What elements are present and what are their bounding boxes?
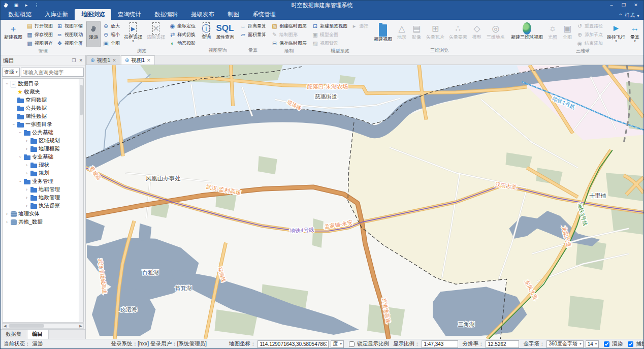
ribbon-button-拉框选择[interactable]: ▸拉框选择▾: [122, 21, 144, 47]
tree-item-公共基础[interactable]: ›公共基础: [3, 129, 79, 137]
resource-type-dropdown[interactable]: 资源 ▾: [2, 68, 20, 77]
ribbon-button-查询[interactable]: ⓘ查询: [199, 21, 213, 47]
render-checkbox[interactable]: [604, 341, 609, 347]
tree-item-地籍管理[interactable]: ›地籍管理: [3, 185, 79, 194]
ribbon-button-量算[interactable]: ↔量算▾: [628, 21, 642, 47]
close-icon[interactable]: ✕: [112, 58, 116, 63]
tree-item-收藏夹[interactable]: ★收藏夹: [3, 88, 79, 96]
tree-item-执法督察[interactable]: ›执法督察: [3, 202, 79, 210]
menu-tab-制图[interactable]: 制图: [221, 9, 246, 20]
ribbon-button-视图联动[interactable]: ∞视图联动: [55, 30, 84, 39]
tree-item-其他_数据[interactable]: ›其他_数据: [3, 218, 79, 226]
ribbon-button-视图平铺[interactable]: ⊞视图平铺: [55, 22, 84, 30]
menu-tab-数据概览[interactable]: 数据概览: [2, 9, 38, 20]
pan-hand-icon[interactable]: [3, 2, 10, 9]
minimize-button[interactable]: –: [606, 2, 617, 9]
ribbon-button-添加节点[interactable]: ⊕添加节点: [575, 30, 604, 39]
close-icon[interactable]: ✕: [147, 58, 151, 63]
tree-caret-icon[interactable]: ›: [24, 187, 29, 192]
map-coord-input[interactable]: [257, 340, 329, 348]
ribbon-button-影像[interactable]: ▤影像: [409, 21, 424, 47]
tree-item-公共数据[interactable]: 公共数据: [3, 104, 79, 112]
menu-tab-地图浏览[interactable]: 地图浏览: [75, 9, 111, 20]
more-icon[interactable]: ⋮: [33, 2, 40, 9]
tree-caret-icon[interactable]: ›: [18, 179, 23, 184]
ribbon-button-模型全图[interactable]: ▣模型全图: [310, 30, 349, 39]
map-tab-1[interactable]: ⊕视图1✕: [86, 55, 120, 65]
scroll-left-icon[interactable]: ◀: [3, 324, 8, 328]
tree-item-规划[interactable]: ›规划: [3, 169, 79, 177]
tree-caret-icon[interactable]: ›: [5, 211, 9, 216]
ribbon-button-视图全屏[interactable]: ❖视图全屏: [55, 39, 84, 47]
ribbon-button-放大[interactable]: ⊕放大: [101, 22, 121, 30]
ribbon-button-结束添加[interactable]: ◉结束添加: [575, 39, 604, 47]
close-button[interactable]: ✕: [630, 2, 641, 9]
tree-item-现状[interactable]: ›现状: [3, 161, 79, 169]
ribbon-button-重置路径[interactable]: ↺重置路径: [575, 22, 604, 30]
float-panel-icon[interactable]: ❐: [72, 58, 76, 63]
tree-caret-icon[interactable]: ›: [24, 146, 29, 151]
ribbon-button-绘制图形[interactable]: ✎绘制图形: [270, 30, 308, 39]
tree-caret-icon[interactable]: ›: [24, 163, 29, 168]
tree-item-业务管理[interactable]: ›业务管理: [3, 177, 79, 185]
ribbon-button-光照[interactable]: ☼光照: [545, 21, 560, 47]
map-canvas[interactable]: 舵落口-朱湖农场慈惠街道堤顶路凤凰山办事处蔡姚路武汉-监利高速地铁4号线孟家铺-…: [86, 65, 643, 339]
ribbon-button-视图背景[interactable]: ▨视图背景: [310, 39, 349, 47]
collapse-ribbon-icon[interactable]: ⌃: [619, 13, 623, 18]
ribbon-button-面积量算[interactable]: ▱面积量算: [238, 30, 268, 39]
ribbon-button-动态投影[interactable]: ◐动态投影: [168, 39, 197, 47]
menu-tab-系统管理[interactable]: 系统管理: [246, 9, 282, 20]
ribbon-button-选择[interactable]: ▸选择: [349, 22, 370, 30]
ribbon-button-保存临时图层[interactable]: ⊟保存临时图层: [270, 39, 308, 47]
tree-item-空间数据[interactable]: 空间数据: [3, 96, 79, 104]
tree-item-专业基础[interactable]: ›专业基础: [3, 153, 79, 161]
coord-unit-dropdown[interactable]: 度 ▾: [331, 340, 344, 348]
ribbon-button-清除选择[interactable]: ✕清除选择: [145, 21, 167, 47]
ribbon-button-创建临时图层[interactable]: ▧创建临时图层: [270, 22, 308, 30]
ribbon-button-新建视图[interactable]: 新建视图: [372, 21, 394, 47]
tree-caret-icon[interactable]: ›: [24, 171, 29, 176]
vertical-scrollbar[interactable]: [79, 79, 83, 322]
restore-button[interactable]: ❐: [618, 2, 629, 9]
ribbon-button-矢量要素[interactable]: ∴矢量要素: [447, 21, 469, 47]
tree-item-区域规划[interactable]: ›区域规划: [3, 137, 79, 145]
ribbon-button-路径飞行[interactable]: ►路径飞行▾: [605, 21, 627, 47]
panel-tab-数据集[interactable]: 数据集: [1, 330, 27, 339]
ribbon-button-地形[interactable]: △地形: [395, 21, 409, 47]
menu-tab-提取发布[interactable]: 提取发布: [184, 9, 221, 20]
tree-item-地理框架[interactable]: ›地理框架: [3, 145, 79, 153]
ribbon-button-全图[interactable]: ▣全图: [560, 21, 574, 47]
ribbon-button-三维地名[interactable]: ◎三维地名: [485, 21, 507, 47]
map-tab-2[interactable]: ⊕视图1✕: [121, 55, 155, 65]
ribbon-button-新建预览视图[interactable]: ⊡新建预览视图: [310, 22, 349, 30]
lock-scale-checkbox[interactable]: [349, 341, 355, 347]
tree-caret-icon[interactable]: ›: [5, 219, 9, 225]
scroll-right-icon[interactable]: ▶: [78, 324, 83, 328]
ribbon-button-新建三维球视图[interactable]: 新建三维球视图: [509, 21, 545, 47]
tree-item-地理实体[interactable]: ›地理实体: [3, 210, 79, 218]
ribbon-button-打开视图[interactable]: ▤打开视图: [25, 22, 54, 30]
tree-caret-icon[interactable]: ›: [5, 82, 10, 86]
tree-caret-icon[interactable]: ›: [18, 155, 23, 160]
grid-icon[interactable]: ▣: [13, 2, 20, 9]
ribbon-button-模型[interactable]: ◇模型: [470, 21, 484, 47]
tree-caret-icon[interactable]: ›: [24, 138, 29, 143]
tree-item-数据目录[interactable]: ›≡数据目录: [3, 80, 79, 88]
menu-tab-查询统计[interactable]: 查询统计: [111, 9, 148, 20]
horizontal-scrollbar[interactable]: ◀ ▶: [2, 323, 84, 329]
tree-item-一张图目录[interactable]: ›一张图目录: [3, 120, 79, 129]
ribbon-button-全图[interactable]: ▣全图: [101, 39, 121, 47]
ribbon-button-缩小[interactable]: ⊖缩小: [101, 30, 121, 39]
ribbon-button-保存视图[interactable]: ▦保存视图: [25, 30, 54, 39]
ribbon-button-样式切换[interactable]: ⇄样式切换: [168, 30, 197, 39]
pyramid-level-dropdown[interactable]: 14 ▾: [586, 340, 599, 348]
tree-item-地政管理[interactable]: ›地政管理: [3, 194, 79, 202]
cursor-icon[interactable]: ▸: [23, 2, 30, 9]
ribbon-button-矢量瓦片[interactable]: ⊞矢量瓦片: [424, 21, 446, 47]
ribbon-button-视图另存[interactable]: ▩视图另存: [25, 39, 54, 47]
ribbon-button-属性查询[interactable]: SQL属性查询: [214, 21, 236, 47]
resolution-input[interactable]: [486, 340, 519, 348]
ribbon-button-漫游[interactable]: 漫游: [86, 21, 101, 47]
window-controls[interactable]: –❐✕: [606, 2, 641, 9]
close-panel-icon[interactable]: ✕: [79, 58, 83, 63]
